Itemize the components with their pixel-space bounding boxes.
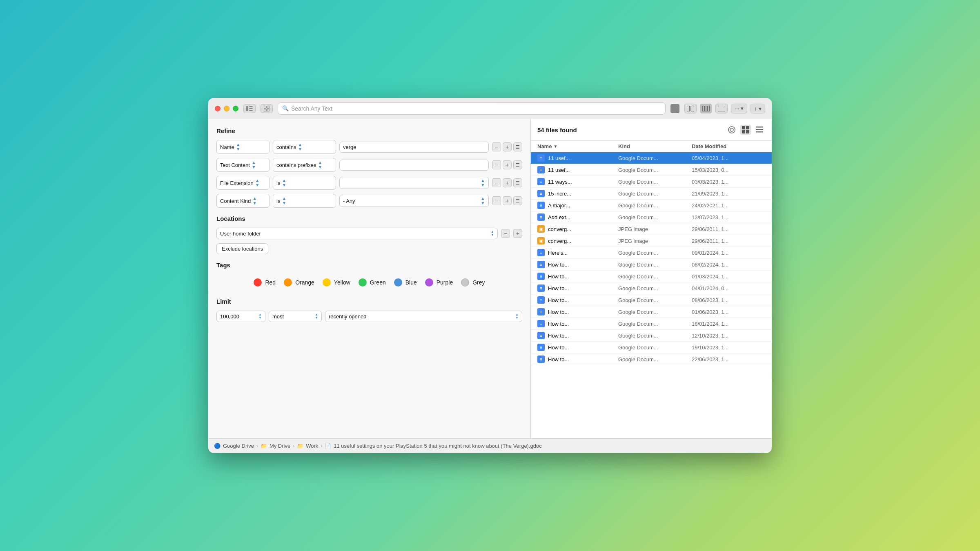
file-type-icon: ≡ <box>537 261 545 268</box>
file-type-icon: ≡ <box>537 344 545 351</box>
file-name-cell: ≡ 15 incre... <box>537 190 618 197</box>
filter-value-text[interactable] <box>339 160 489 171</box>
file-name: How to... <box>548 309 569 315</box>
file-row[interactable]: ≡ How to... Google Docum... 22/06/2023, … <box>531 353 772 365</box>
tag-green[interactable]: Green <box>359 278 386 287</box>
sidebar-toggle-button[interactable] <box>243 104 256 113</box>
tags-section: Tags Red Orange Yellow <box>216 262 522 291</box>
filter-op-ext[interactable]: is ▲▼ <box>273 176 336 190</box>
filter-remove-button-4[interactable]: − <box>492 196 501 205</box>
tag-orange[interactable]: Orange <box>284 278 314 287</box>
file-kind: Google Docum... <box>618 155 692 161</box>
file-type-icon: ≡ <box>537 273 545 280</box>
filter-add-button-4[interactable]: + <box>503 196 512 205</box>
file-name-cell: ▣ converg... <box>537 225 618 233</box>
filter-menu-button-2[interactable]: ☰ <box>513 160 522 169</box>
file-row[interactable]: ≡ 11 ways... Google Docum... 03/03/2023,… <box>531 176 772 188</box>
minimize-button[interactable] <box>224 106 229 111</box>
location-add-button[interactable]: + <box>513 229 522 238</box>
filter-add-button-2[interactable]: + <box>503 160 512 169</box>
filter-remove-button-2[interactable]: − <box>492 160 501 169</box>
file-row[interactable]: ≡ How to... Google Docum... 08/06/2023, … <box>531 294 772 306</box>
file-row[interactable]: ≡ How to... Google Docum... 19/10/2023, … <box>531 342 772 353</box>
file-name: converg... <box>548 238 571 244</box>
exclude-locations-button[interactable]: Exclude locations <box>216 243 268 254</box>
limit-by-select[interactable]: recently opened ▲▼ <box>325 311 522 322</box>
svg-rect-9 <box>691 106 694 111</box>
results-list-view-button[interactable] <box>754 125 765 135</box>
tag-blue[interactable]: Blue <box>394 278 417 287</box>
filter-op-name[interactable]: contains ▲▼ <box>273 140 336 154</box>
tag-red[interactable]: Red <box>254 278 276 287</box>
results-view-buttons <box>726 125 765 135</box>
file-name-cell: ≡ How to... <box>537 320 618 327</box>
tag-blue-label: Blue <box>405 279 417 286</box>
file-kind: Google Docum... <box>618 285 692 291</box>
share-button[interactable]: ↑ ▾ <box>751 104 765 113</box>
file-row[interactable]: ▣ converg... JPEG image 29/06/2011, 1... <box>531 235 772 247</box>
file-row[interactable]: ≡ How to... Google Docum... 04/01/2024, … <box>531 282 772 294</box>
filter-value-kind[interactable]: - Any ▲▼ <box>339 195 489 207</box>
tag-red-dot <box>254 278 262 287</box>
stop-button[interactable] <box>670 104 679 113</box>
file-row[interactable]: ≡ Here's... Google Docum... 09/01/2024, … <box>531 247 772 259</box>
tag-yellow-label: Yellow <box>334 279 350 286</box>
column-kind-header[interactable]: Kind <box>618 143 692 149</box>
filter-menu-button-4[interactable]: ☰ <box>513 196 522 205</box>
file-kind: Google Docum... <box>618 179 692 185</box>
filter-value-ext[interactable]: ▲▼ <box>339 177 489 189</box>
maximize-button[interactable] <box>233 106 238 111</box>
filter-op-text[interactable]: contains prefixes ▲▼ <box>273 158 336 172</box>
filter-field-ext[interactable]: File Extension ▲▼ <box>216 176 270 190</box>
file-row[interactable]: ≡ How to... Google Docum... 08/02/2024, … <box>531 259 772 271</box>
file-row[interactable]: ≡ A major... Google Docum... 24/02/2021,… <box>531 200 772 211</box>
file-row[interactable]: ≡ Add ext... Google Docum... 13/07/2023,… <box>531 211 772 223</box>
filter-add-button-3[interactable]: + <box>503 178 512 187</box>
results-circle-view-button[interactable] <box>726 125 737 135</box>
filter-field-kind[interactable]: Content Kind ▲▼ <box>216 194 270 208</box>
tag-grey[interactable]: Grey <box>461 278 485 287</box>
file-row[interactable]: ▣ converg... JPEG image 29/06/2011, 1... <box>531 223 772 235</box>
filter-menu-button-3[interactable]: ☰ <box>513 178 522 187</box>
filter-remove-button[interactable]: − <box>492 142 501 151</box>
view-column-button[interactable] <box>684 104 697 113</box>
file-name: How to... <box>548 356 569 362</box>
file-name-cell: ≡ Here's... <box>537 249 618 256</box>
file-row[interactable]: ≡ How to... Google Docum... 12/10/2023, … <box>531 330 772 342</box>
file-row[interactable]: ≡ How to... Google Docum... 01/06/2023, … <box>531 306 772 318</box>
location-remove-button[interactable]: − <box>501 229 510 238</box>
file-row[interactable]: ≡ How to... Google Docum... 01/03/2024, … <box>531 271 772 282</box>
view-split-button[interactable] <box>700 104 712 113</box>
search-bar[interactable]: 🔍 Search Any Text <box>278 102 666 115</box>
locations-section: Locations User home folder ▲▼ − + Exclud… <box>216 215 522 254</box>
view-full-button[interactable] <box>715 104 728 113</box>
filter-op-kind[interactable]: is ▲▼ <box>273 194 336 208</box>
filter-add-button[interactable]: + <box>503 142 512 151</box>
svg-rect-7 <box>267 109 270 111</box>
location-select[interactable]: User home folder ▲▼ <box>216 228 498 239</box>
column-name-header[interactable]: Name ▼ <box>537 143 618 149</box>
file-row[interactable]: ≡ How to... Google Docum... 18/01/2024, … <box>531 318 772 330</box>
new-tab-button[interactable] <box>261 104 273 113</box>
file-row[interactable]: ≡ 15 incre... Google Docum... 21/09/2023… <box>531 188 772 200</box>
filter-menu-button[interactable]: ☰ <box>513 142 522 151</box>
limit-sort-select[interactable]: most ▲▼ <box>269 311 322 322</box>
tag-yellow[interactable]: Yellow <box>323 278 350 287</box>
results-grid-view-button[interactable] <box>740 125 751 135</box>
filter-remove-button-3[interactable]: − <box>492 178 501 187</box>
filter-field-text[interactable]: Text Content ▲▼ <box>216 158 270 172</box>
file-row[interactable]: ≡ 11 usef... Google Docum... 05/04/2023,… <box>531 152 772 164</box>
column-date-header[interactable]: Date Modified <box>692 143 765 149</box>
filter-value-name[interactable] <box>339 142 489 153</box>
file-date: 05/04/2023, 1... <box>692 155 765 161</box>
tag-orange-label: Orange <box>295 279 314 286</box>
close-button[interactable] <box>215 106 220 111</box>
file-row[interactable]: ≡ 11 usef... Google Docum... 15/03/2023,… <box>531 164 772 176</box>
tag-purple[interactable]: Purple <box>425 278 453 287</box>
file-date: 08/06/2023, 1... <box>692 297 765 303</box>
filter-field-name[interactable]: Name ▲▼ <box>216 140 270 154</box>
folder-icon-2: 📁 <box>297 443 303 449</box>
more-options-button[interactable]: ··· ▾ <box>731 104 747 113</box>
file-type-icon: ≡ <box>537 190 545 197</box>
limit-number-select[interactable]: 100,000 ▲▼ <box>216 311 265 322</box>
